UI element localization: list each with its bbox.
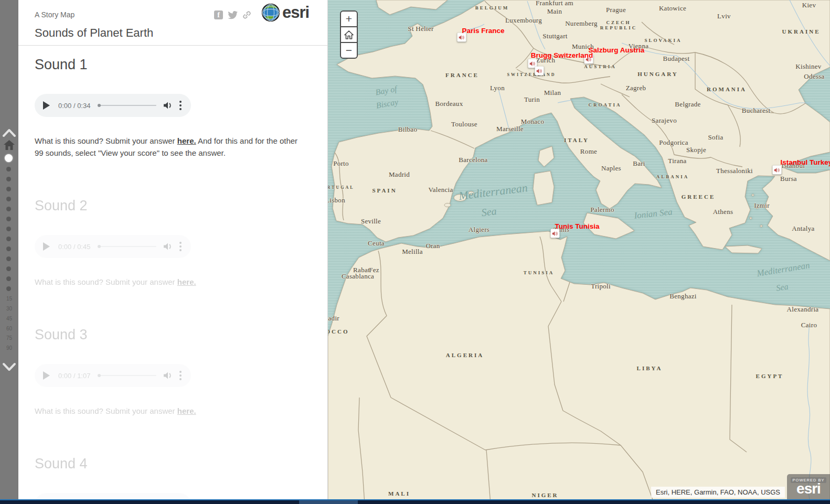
map-zoom-control: + − — [340, 10, 358, 59]
speaker-icon — [530, 61, 536, 66]
submit-answer-link[interactable]: here. — [177, 136, 196, 145]
copy-link-icon[interactable] — [242, 10, 251, 19]
audio-time: 0:00 / 0:45 — [58, 243, 90, 251]
slide-dot[interactable] — [6, 207, 11, 211]
story-nav-rail: 153045607590 — [0, 0, 18, 500]
question-before: What is this sound? Submit your answer — [35, 277, 177, 286]
audio-progress-bar[interactable] — [98, 246, 156, 247]
audio-player[interactable]: 0:00 / 0:34 — [35, 94, 191, 117]
slide-dot[interactable] — [6, 246, 11, 251]
question-text: What is this sound? Submit your answer h… — [35, 405, 306, 417]
section-heading: Sound 2 — [35, 198, 313, 214]
story-panel: A Story Map Sounds of Planet Earth f — [18, 0, 328, 500]
slide-dot[interactable] — [6, 167, 11, 171]
audio-player[interactable]: 0:00 / 0:45 — [35, 235, 191, 258]
sound-section-1: Sound 1 0:00 / 0:34 What is this sound? … — [35, 57, 313, 159]
audio-player[interactable]: 0:00 / 1:07 — [35, 364, 191, 387]
panel-header: A Story Map Sounds of Planet Earth f — [18, 0, 327, 46]
slide-dot[interactable] — [6, 286, 11, 291]
bottom-bar-segment — [299, 500, 358, 504]
slide-number-45[interactable]: 45 — [0, 316, 18, 321]
volume-icon[interactable] — [164, 372, 173, 379]
audio-menu-kebab-icon[interactable] — [178, 241, 183, 252]
slide-dot[interactable] — [6, 227, 11, 231]
slide-dot[interactable] — [6, 217, 11, 221]
audio-time: 0:00 / 1:07 — [58, 372, 90, 380]
play-button[interactable] — [43, 242, 50, 251]
speaker-icon — [552, 231, 558, 236]
audio-menu-kebab-icon[interactable] — [178, 100, 183, 111]
facebook-share-icon[interactable]: f — [214, 10, 223, 19]
powered-by-esri-badge: POWERED BY esri — [787, 474, 830, 500]
slide-number-90[interactable]: 90 — [0, 345, 18, 351]
slide-number-15[interactable]: 15 — [0, 296, 18, 302]
sound-marker[interactable] — [551, 229, 560, 238]
slide-dot[interactable] — [6, 266, 11, 271]
slide-dot-active[interactable] — [5, 154, 13, 162]
volume-icon[interactable] — [164, 102, 173, 109]
esri-wordmark: esri — [282, 3, 309, 22]
esri-logo[interactable]: esri — [261, 3, 309, 22]
basemap-land-shapes — [328, 0, 830, 504]
audio-menu-kebab-icon[interactable] — [178, 370, 183, 381]
sound-location-label: Tunis Tunisia — [555, 222, 599, 230]
sound-location-label: Paris France — [462, 27, 504, 35]
esri-globe-icon — [261, 3, 280, 22]
home-extent-icon — [344, 30, 354, 39]
question-before: What is this sound? Submit your answer — [35, 136, 177, 145]
slide-dot[interactable] — [6, 237, 11, 241]
zoom-out-button[interactable]: − — [341, 42, 357, 58]
zoom-in-button[interactable]: + — [341, 12, 357, 26]
home-slide-icon[interactable] — [4, 140, 15, 150]
section-heading: Sound 4 — [35, 456, 313, 472]
sound-location-label: Istanbul Turkey — [781, 158, 830, 166]
slide-dot[interactable] — [6, 276, 11, 281]
share-buttons: f — [214, 10, 251, 19]
story-map-kicker: A Story Map — [35, 10, 75, 19]
audio-progress-bar[interactable] — [98, 105, 156, 106]
question-text: What is this sound? Submit your answer h… — [35, 135, 306, 159]
slide-dot[interactable] — [6, 197, 11, 201]
speaker-icon — [537, 68, 542, 73]
page-title: Sounds of Planet Earth — [35, 26, 153, 40]
map-attribution: Esri, HERE, Garmin, FAO, NOAA, USGS — [651, 487, 785, 498]
sound-marker[interactable] — [535, 67, 544, 76]
sound-marker[interactable] — [773, 166, 782, 175]
play-button[interactable] — [43, 101, 50, 110]
question-text: What is this sound? Submit your answer h… — [35, 276, 306, 288]
scroll-down-chevron-icon[interactable] — [2, 362, 16, 372]
speaker-icon — [774, 167, 780, 173]
powered-by-esri-wordmark: esri — [787, 484, 830, 494]
map-canvas[interactable]: Frankfurt am MainBELGIUMPragueKatowiceKi… — [328, 0, 830, 504]
slide-number-60[interactable]: 60 — [0, 326, 18, 331]
bottom-window-bar — [0, 499, 830, 504]
submit-answer-link[interactable]: here. — [177, 277, 196, 286]
volume-icon[interactable] — [164, 243, 173, 250]
sound-section-2: Sound 2 0:00 / 0:45 What is this sound? … — [35, 198, 313, 288]
sound-section-4: Sound 4 0:00 / 0:58 What is this sound? … — [35, 456, 313, 504]
submit-answer-link[interactable]: here. — [177, 406, 196, 415]
slide-dot[interactable] — [6, 187, 11, 191]
speaker-icon — [459, 35, 465, 40]
scroll-up-chevron-icon[interactable] — [2, 127, 16, 138]
audio-time: 0:00 / 0:34 — [58, 102, 90, 110]
slide-dot[interactable] — [6, 177, 11, 181]
panel-body: Sound 1 0:00 / 0:34 What is this sound? … — [35, 45, 313, 504]
play-button[interactable] — [43, 371, 50, 380]
question-before: What is this sound? Submit your answer — [35, 406, 177, 415]
slide-dot[interactable] — [6, 256, 11, 261]
sound-section-3: Sound 3 0:00 / 1:07 What is this sound? … — [35, 327, 313, 417]
slide-number-30[interactable]: 30 — [0, 306, 18, 312]
twitter-share-icon[interactable] — [228, 11, 238, 19]
section-heading: Sound 1 — [35, 57, 313, 73]
sound-location-label: Brugg Switzerland — [531, 51, 593, 59]
slide-number-75[interactable]: 75 — [0, 335, 18, 341]
sound-location-label: Salzburg Austria — [589, 46, 645, 54]
audio-progress-bar[interactable] — [98, 375, 156, 376]
section-heading: Sound 3 — [35, 327, 313, 343]
home-extent-button[interactable] — [341, 26, 357, 42]
